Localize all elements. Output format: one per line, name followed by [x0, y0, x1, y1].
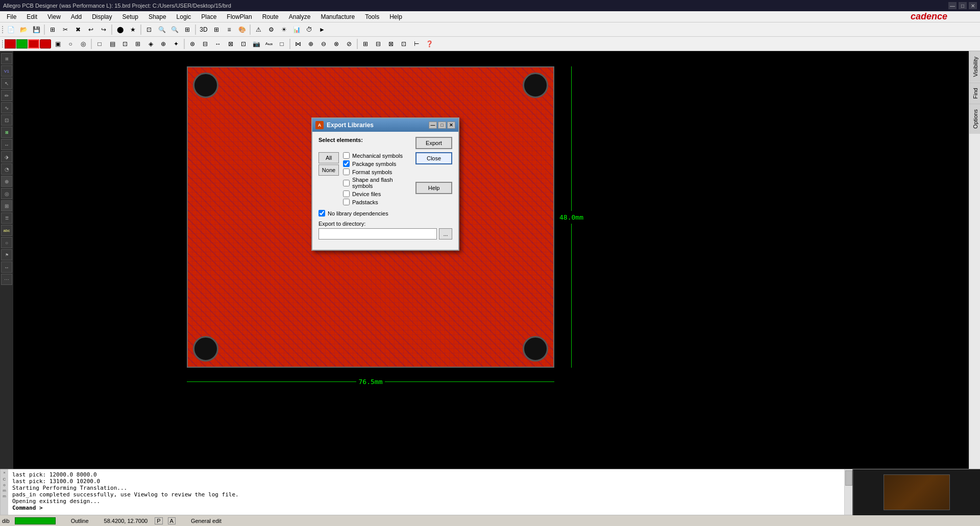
tb2-32[interactable]: ⊢ — [410, 38, 423, 50]
export-button[interactable]: Export — [415, 137, 452, 149]
tb-chart[interactable]: 📊 — [290, 24, 303, 35]
tb-sun[interactable]: ☀ — [278, 24, 290, 35]
tb-save[interactable]: 💾 — [30, 24, 42, 35]
cb-device-files-label[interactable]: Device files — [352, 191, 381, 197]
tb-cut[interactable]: ✂ — [59, 24, 71, 35]
tb-copy[interactable]: ⊞ — [46, 24, 59, 35]
dialog-minimize[interactable]: — — [429, 122, 437, 129]
tb-ratsnest[interactable]: ⬤ — [114, 24, 126, 35]
menu-help[interactable]: Help — [385, 12, 407, 22]
menu-file[interactable]: File — [2, 12, 21, 22]
tb2-29[interactable]: ⊟ — [372, 38, 384, 50]
sb-route[interactable]: ⬗ — [1, 151, 12, 162]
cb-format-input[interactable] — [343, 169, 350, 175]
tb2-27[interactable]: ⊘ — [343, 38, 355, 50]
cb-shape-flash-input[interactable] — [343, 180, 350, 186]
tb2-33[interactable]: ❓ — [423, 38, 435, 50]
sb-wire[interactable]: ∿ — [1, 102, 12, 113]
toolbar-drag-2[interactable] — [1, 40, 4, 47]
tb2-30[interactable]: ⊠ — [385, 38, 397, 50]
tb-zoom-in[interactable]: 🔍 — [156, 24, 168, 35]
tb2-6[interactable]: ○ — [64, 38, 77, 50]
menu-place[interactable]: Place — [197, 12, 221, 22]
tb-delete[interactable]: ✖ — [72, 24, 84, 35]
menu-logic[interactable]: Logic — [172, 12, 196, 22]
tb-undo[interactable]: ↩ — [85, 24, 97, 35]
menu-manufacture[interactable]: Manufacture — [316, 12, 359, 22]
cb-mechanical-label[interactable]: Mechanical symbols — [352, 153, 403, 159]
tb2-24[interactable]: ⊕ — [305, 38, 317, 50]
status-p[interactable]: P — [155, 517, 162, 524]
menu-edit[interactable]: Edit — [22, 12, 42, 22]
sb-dots[interactable]: ⋯ — [1, 274, 12, 285]
tb-open[interactable]: 📂 — [17, 24, 30, 35]
menu-add[interactable]: Add — [66, 12, 86, 22]
close-btn[interactable]: ✕ — [969, 2, 977, 9]
tb2-12[interactable]: ◈ — [144, 38, 157, 50]
cb-padstacks-input[interactable] — [343, 199, 350, 205]
sb-plane[interactable]: ⊞ — [1, 200, 12, 211]
tab-options[interactable]: Options — [969, 104, 980, 134]
sb-abc[interactable]: abc — [1, 225, 12, 236]
tb2-9[interactable]: ▤ — [106, 38, 118, 50]
cb-package-input[interactable] — [343, 160, 350, 167]
menu-display[interactable]: Display — [87, 12, 116, 22]
tb-zoom-out[interactable]: 🔍 — [168, 24, 181, 35]
cb-device-files-input[interactable] — [343, 190, 350, 197]
tb-zoom-area[interactable]: ⊞ — [181, 24, 193, 35]
cb-padstacks-label[interactable]: Padstacks — [352, 199, 378, 205]
tb2-13[interactable]: ⊕ — [157, 38, 169, 50]
sb-measure[interactable]: ↔ — [1, 139, 12, 150]
tb2-14[interactable]: ✦ — [170, 38, 182, 50]
pcb-canvas[interactable]: 76.5mm 48.0mm — [13, 51, 969, 469]
tb2-28[interactable]: ⊞ — [359, 38, 372, 50]
menu-tools[interactable]: Tools — [360, 12, 384, 22]
tb-timer[interactable]: ⏱ — [303, 24, 315, 35]
sb-component[interactable]: ⊡ — [1, 114, 12, 126]
sb-grid[interactable]: ⊞ — [1, 53, 12, 64]
tb2-19[interactable]: ⊡ — [237, 38, 250, 50]
tb-layer[interactable]: ≡ — [223, 24, 235, 35]
dialog-maximize[interactable]: □ — [438, 122, 446, 129]
minimize-btn[interactable]: — — [948, 2, 957, 9]
sb-arc[interactable]: ◔ — [1, 163, 12, 175]
tb2-18[interactable]: ⊠ — [225, 38, 237, 50]
tb2-3[interactable] — [28, 39, 39, 49]
tb-extra[interactable]: ► — [316, 24, 328, 35]
menu-shape[interactable]: Shape — [144, 12, 171, 22]
sb-v1[interactable]: V1 — [1, 65, 12, 77]
menu-route[interactable]: Route — [258, 12, 283, 22]
sb-select[interactable]: ↖ — [1, 78, 12, 89]
sb-zoom-box[interactable]: ⊠ — [1, 127, 12, 138]
tb2-31[interactable]: ⊡ — [398, 38, 410, 50]
sb-circle[interactable]: ○ — [1, 237, 12, 248]
cb-format-label[interactable]: Format symbols — [352, 169, 392, 175]
sb-img[interactable]: ☰ — [1, 212, 12, 224]
status-a[interactable]: A — [168, 517, 176, 524]
tb-color[interactable]: 🎨 — [236, 24, 248, 35]
tb2-16[interactable]: ⊟ — [199, 38, 211, 50]
tb2-23[interactable]: ⋈ — [292, 38, 304, 50]
tb2-4[interactable] — [40, 39, 51, 49]
help-button[interactable]: Help — [415, 182, 452, 194]
close-button[interactable]: Close — [415, 152, 452, 164]
tb2-21[interactable]: A₁₈₂ — [263, 38, 275, 50]
tb2-11[interactable]: ⊞ — [132, 38, 144, 50]
tb-redo[interactable]: ↪ — [97, 24, 110, 35]
cb-shape-flash-label[interactable]: Shape and flash symbols — [352, 177, 411, 189]
tb-grid[interactable]: ⊞ — [210, 24, 223, 35]
tb-settings[interactable]: ⚙ — [265, 24, 277, 35]
menu-setup[interactable]: Setup — [118, 12, 143, 22]
tb-drc[interactable]: ⚠ — [252, 24, 264, 35]
tb-zoom-fit[interactable]: ⊡ — [143, 24, 155, 35]
dialog-close[interactable]: ✕ — [447, 122, 455, 129]
tb2-25[interactable]: ⊖ — [317, 38, 330, 50]
cb-no-lib-input[interactable] — [318, 210, 325, 217]
tb2-2[interactable] — [16, 39, 28, 49]
tb-highlight[interactable]: ★ — [127, 24, 139, 35]
sb-pencil[interactable]: ✏ — [1, 90, 12, 101]
tab-find[interactable]: Find — [969, 82, 980, 104]
tb2-20[interactable]: 📷 — [250, 38, 262, 50]
tb2-26[interactable]: ⊗ — [330, 38, 342, 50]
tb-new[interactable]: 📄 — [5, 24, 17, 35]
